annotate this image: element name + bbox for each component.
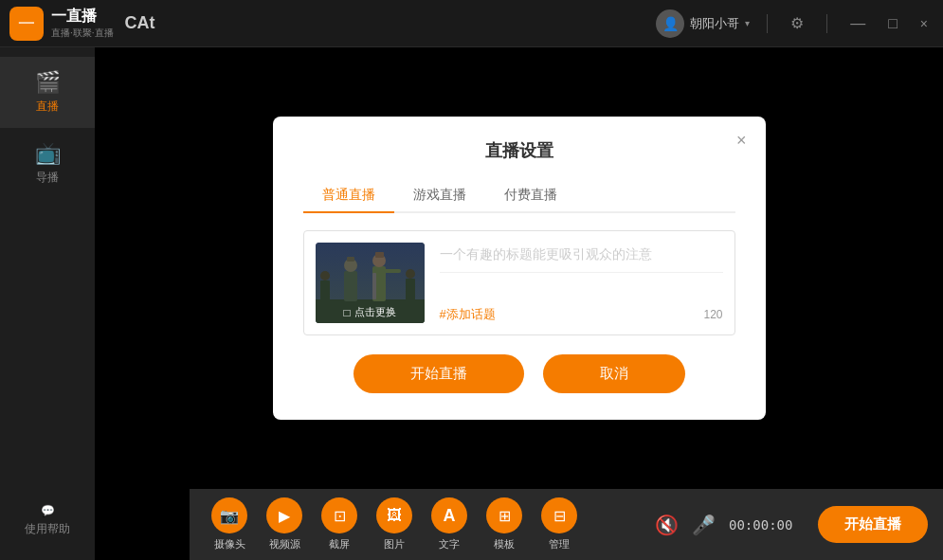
svg-rect-10 — [320, 280, 330, 301]
thumbnail-area[interactable]: □ 点击更换 — [316, 243, 425, 323]
tool-screenshot[interactable]: ⊡ 截屏 — [315, 497, 364, 551]
modal-overlay: × 直播设置 普通直播 游戏直播 付费直播 — [95, 47, 943, 489]
start-live-toolbar-button[interactable]: 开始直播 — [818, 506, 928, 543]
main-layout: 🎬 直播 📺 导播 💬 使用帮助 × 直播设置 普通直播 游戏直播 — [0, 47, 943, 560]
app-name-block: 一直播 直播·联聚·直播 — [51, 7, 114, 40]
svg-rect-8 — [384, 269, 401, 273]
svg-rect-2 — [344, 271, 357, 301]
tool-image[interactable]: 🖼 图片 — [370, 497, 419, 551]
close-window-button[interactable]: × — [915, 14, 934, 33]
svg-rect-7 — [375, 252, 384, 258]
cancel-button[interactable]: 取消 — [543, 354, 685, 393]
svg-rect-4 — [347, 257, 354, 262]
video-icon: ▶ — [266, 497, 302, 533]
tool-text[interactable]: A 文字 — [425, 497, 474, 551]
user-name: 朝阳小哥 — [690, 15, 739, 32]
tool-template[interactable]: ⊞ 模板 — [480, 497, 529, 551]
tag-row: #添加话题 120 — [440, 298, 723, 323]
bottom-toolbar: 📷 摄像头 ▶ 视频源 ⊡ 截屏 🖼 图片 A 文字 ⊞ 模板 — [190, 489, 943, 560]
image-label: 图片 — [384, 537, 405, 551]
sidebar-item-live-label: 直播 — [36, 99, 59, 115]
maximize-button[interactable]: □ — [882, 13, 903, 34]
title-divider2 — [826, 14, 827, 33]
svg-rect-12 — [406, 279, 415, 301]
modal-content-row: □ 点击更换 一个有趣的标题能更吸引观众的注意 #添加话题 120 — [303, 230, 735, 335]
svg-point-11 — [320, 271, 330, 280]
toolbar-right: 🔇 🎤 00:00:00 开始直播 — [655, 506, 928, 543]
minimize-button[interactable]: — — [844, 13, 871, 34]
camera-icon: 📷 — [211, 497, 247, 533]
manage-icon: ⊟ — [541, 497, 577, 533]
sidebar-item-guide-label: 导播 — [36, 170, 59, 186]
thumbnail-overlay: □ 点击更换 — [316, 305, 425, 319]
tool-manage[interactable]: ⊟ 管理 — [535, 497, 584, 551]
content-area: × 直播设置 普通直播 游戏直播 付费直播 — [95, 47, 943, 560]
tool-camera[interactable]: 📷 摄像头 — [205, 497, 254, 551]
thumbnail-change-icon: □ — [343, 306, 350, 319]
app-title: 一直播 — [51, 7, 114, 27]
text-icon: A — [431, 497, 467, 533]
modal-close-button[interactable]: × — [736, 132, 747, 149]
template-icon: ⊞ — [486, 497, 522, 533]
title-bar: 一 一直播 直播·联聚·直播 CAt 👤 朝阳小哥 ▾ ⚙ — □ × — [0, 0, 943, 47]
settings-button[interactable]: ⚙ — [785, 12, 809, 34]
add-tag-button[interactable]: #添加话题 — [440, 306, 496, 323]
title-input[interactable]: 一个有趣的标题能更吸引观众的注意 — [440, 243, 723, 273]
cat-label: CAt — [125, 13, 155, 33]
volume-button[interactable]: 🔇 — [655, 514, 679, 536]
start-live-modal-button[interactable]: 开始直播 — [354, 354, 524, 393]
live-icon: 🎬 — [35, 70, 61, 95]
svg-point-13 — [406, 269, 415, 279]
modal-buttons: 开始直播 取消 — [303, 354, 735, 393]
app-logo: 一 — [9, 7, 44, 41]
template-label: 模板 — [494, 537, 515, 551]
title-right: 👤 朝阳小哥 ▾ ⚙ — □ × — [656, 9, 934, 38]
video-label: 视频源 — [269, 537, 300, 551]
image-icon: 🖼 — [376, 497, 412, 533]
sidebar-help[interactable]: 💬 使用帮助 — [0, 491, 95, 551]
avatar: 👤 — [656, 9, 684, 38]
text-label: 文字 — [439, 537, 460, 551]
sidebar: 🎬 直播 📺 导播 💬 使用帮助 — [0, 47, 95, 560]
tool-video[interactable]: ▶ 视频源 — [260, 497, 309, 551]
tab-normal-live[interactable]: 普通直播 — [303, 179, 394, 213]
char-count: 120 — [703, 308, 722, 321]
sidebar-item-guide[interactable]: 📺 导播 — [0, 128, 95, 199]
screenshot-label: 截屏 — [329, 537, 350, 551]
modal-title: 直播设置 — [303, 139, 735, 162]
title-input-area: 一个有趣的标题能更吸引观众的注意 #添加话题 120 — [440, 243, 723, 323]
user-section[interactable]: 👤 朝阳小哥 ▾ — [656, 9, 750, 38]
guide-icon: 📺 — [35, 141, 61, 166]
svg-rect-9 — [372, 273, 376, 299]
thumbnail-change-label: 点击更换 — [354, 305, 396, 319]
help-label: 使用帮助 — [25, 521, 70, 537]
title-divider — [767, 14, 768, 33]
modal-dialog: × 直播设置 普通直播 游戏直播 付费直播 — [273, 117, 766, 420]
modal-tabs: 普通直播 游戏直播 付费直播 — [303, 179, 735, 213]
mic-button[interactable]: 🎤 — [692, 514, 716, 536]
app-subtitle: 直播·联聚·直播 — [51, 27, 114, 40]
tab-game-live[interactable]: 游戏直播 — [394, 179, 485, 213]
dropdown-arrow-icon: ▾ — [745, 18, 750, 28]
screenshot-icon: ⊡ — [321, 497, 357, 533]
timer-display: 00:00:00 — [729, 517, 805, 533]
title-left: 一 一直播 直播·联聚·直播 CAt — [9, 7, 155, 41]
help-icon: 💬 — [41, 504, 55, 517]
tab-paid-live[interactable]: 付费直播 — [485, 179, 576, 213]
sidebar-item-live[interactable]: 🎬 直播 — [0, 57, 95, 128]
manage-label: 管理 — [549, 537, 570, 551]
camera-label: 摄像头 — [214, 537, 245, 551]
